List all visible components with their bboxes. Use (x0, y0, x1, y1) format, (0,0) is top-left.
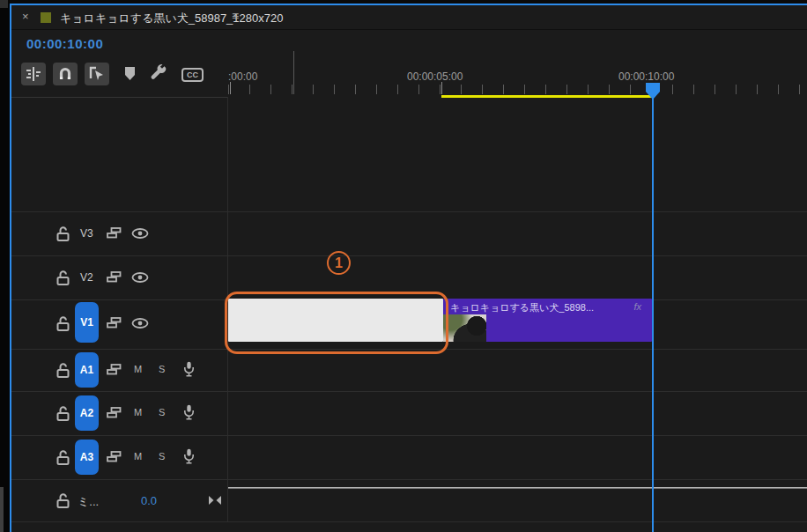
lock-icon[interactable] (56, 450, 70, 465)
track-target-a3[interactable]: A3 (75, 440, 99, 475)
playhead-line[interactable] (652, 92, 654, 532)
panel-focus-border (10, 4, 11, 532)
captions-cc-icon[interactable]: CC (181, 68, 204, 82)
solo-button-a2[interactable]: S (159, 407, 165, 417)
lock-icon[interactable] (56, 363, 70, 378)
mute-button-a3[interactable]: M (134, 451, 142, 462)
mute-button-a2[interactable]: M (134, 407, 142, 417)
sync-lock-icon[interactable] (107, 317, 122, 329)
snap-button[interactable] (53, 63, 78, 85)
row-divider (11, 521, 807, 522)
add-marker-icon[interactable] (123, 66, 137, 81)
voiceover-mic-icon[interactable] (183, 361, 195, 377)
row-divider (11, 479, 807, 480)
gutter-notch (0, 0, 8, 8)
track-output-eye-icon[interactable] (131, 228, 149, 239)
linked-selection-button[interactable] (85, 63, 109, 85)
video-clip[interactable]: キョロキョロする黒い犬_5898... fx (443, 299, 652, 342)
solo-button-a3[interactable]: S (159, 451, 165, 462)
lock-icon[interactable] (56, 316, 70, 331)
keyframe-nav-icon[interactable] (208, 495, 222, 506)
linked-selection-icon (89, 66, 105, 82)
lock-icon[interactable] (56, 493, 70, 508)
row-divider (11, 435, 807, 436)
tabbar-divider (11, 29, 807, 30)
sync-lock-icon[interactable] (107, 271, 122, 283)
ruler-label-10s: 00:00:10:00 (618, 70, 674, 83)
nest-sequence-icon (26, 66, 41, 82)
timeline-ruler[interactable] (228, 85, 807, 94)
sequence-color-swatch (41, 12, 51, 23)
ruler-label-0: :00:00 (228, 70, 257, 83)
track-output-eye-icon[interactable] (131, 272, 149, 283)
master-gain-rubber-band[interactable] (228, 487, 807, 489)
lock-icon[interactable] (56, 270, 70, 285)
sync-lock-icon[interactable] (107, 364, 122, 375)
annotation-highlight-box (225, 292, 448, 354)
track-target-a1[interactable]: A1 (75, 352, 99, 388)
voiceover-mic-icon[interactable] (183, 448, 195, 464)
voiceover-mic-icon[interactable] (183, 404, 195, 420)
toolbar-divider (11, 97, 227, 98)
playhead-timecode[interactable]: 00:00:10:00 (26, 36, 103, 51)
sync-lock-icon[interactable] (107, 227, 122, 239)
fx-badge-icon: fx (633, 301, 641, 312)
sequence-tab-title[interactable]: キョロキョロする黒い犬_58987_1280x720 (60, 11, 283, 26)
timeline-settings-wrench-icon[interactable] (150, 63, 168, 82)
mute-button-a1[interactable]: M (134, 364, 142, 374)
sync-lock-icon[interactable] (107, 451, 122, 462)
ruler-divider-line (293, 51, 294, 94)
left-gutter (0, 0, 10, 532)
sync-lock-icon[interactable] (107, 407, 122, 418)
adjacent-scrollbar[interactable] (0, 487, 4, 532)
master-track-name[interactable]: ミ... (78, 494, 99, 510)
solo-button-a1[interactable]: S (159, 364, 165, 374)
clip-label: キョロキョロする黒い犬_5898... (450, 301, 594, 314)
lock-icon[interactable] (56, 406, 70, 421)
track-target-v1[interactable]: V1 (75, 302, 99, 343)
ruler-label-5s: 00:00:05:00 (407, 70, 463, 83)
row-divider (11, 391, 807, 392)
panel-menu-icon[interactable]: ≡ (232, 9, 239, 23)
row-divider (11, 211, 807, 212)
ruler-tick-5s (441, 82, 442, 94)
track-output-eye-icon[interactable] (131, 318, 149, 329)
magnet-icon (58, 67, 72, 81)
lock-icon[interactable] (56, 226, 70, 241)
annotation-number-1: 1 (327, 251, 351, 275)
track-name-v2[interactable]: V2 (80, 271, 93, 284)
ruler-tick-0 (230, 82, 231, 94)
insert-overwrite-nest-button[interactable] (21, 63, 46, 85)
timeline-panel: × キョロキョロする黒い犬_58987_1280x720 ≡ 00:00:10:… (0, 0, 807, 532)
row-divider (11, 255, 807, 256)
track-target-a2[interactable]: A2 (75, 395, 99, 431)
master-gain-value[interactable]: 0.0 (141, 494, 157, 507)
clip-thumbnail (443, 314, 486, 342)
tab-close-icon[interactable]: × (22, 10, 29, 23)
work-area-bar[interactable] (441, 95, 653, 98)
panel-focus-border-top (10, 4, 807, 5)
track-name-v3[interactable]: V3 (80, 227, 93, 240)
